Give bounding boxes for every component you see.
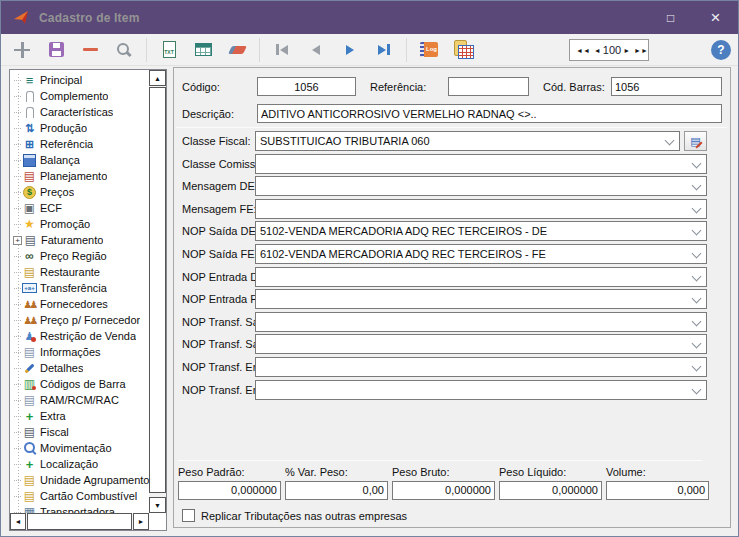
next-record-button[interactable] xyxy=(335,37,365,63)
help-button[interactable]: ? xyxy=(711,40,731,60)
horizontal-scroll-thumb[interactable] xyxy=(27,513,132,530)
scroll-left-icon[interactable]: ◄ xyxy=(10,513,26,530)
mensagem-de-combobox[interactable] xyxy=(255,176,707,196)
sidebar-item-fiscal[interactable]: Fiscal xyxy=(10,424,149,440)
volume-field[interactable]: 0,000 xyxy=(606,481,709,500)
sidebar-item-detalhes[interactable]: Detalhes xyxy=(10,360,149,376)
codigo-input[interactable] xyxy=(257,77,356,96)
chevron-down-icon[interactable] xyxy=(692,271,702,281)
chevron-down-icon[interactable] xyxy=(692,316,702,326)
edit-classe-fiscal-button[interactable] xyxy=(684,131,707,151)
spinner-prev-icon[interactable]: ◄ xyxy=(592,47,603,54)
nop-entrada-de-combobox[interactable] xyxy=(255,267,707,287)
sidebar-item-extra[interactable]: Extra xyxy=(10,408,149,424)
chevron-down-icon[interactable] xyxy=(692,384,702,394)
sidebar-item-localizacao[interactable]: Localização xyxy=(10,456,149,472)
chevron-down-icon[interactable] xyxy=(692,158,702,168)
sidebar-item-planejamento[interactable]: Planejamento xyxy=(10,168,149,184)
maximize-button[interactable]: □ xyxy=(648,1,693,34)
peso-padrao-field[interactable]: 0,000000 xyxy=(178,481,281,500)
scroll-up-icon[interactable]: ▲ xyxy=(149,70,166,86)
star-icon xyxy=(22,217,37,231)
tree-connector xyxy=(14,256,21,257)
sidebar-item-preco-regiao[interactable]: Preço Região xyxy=(10,248,149,264)
spinner-first-icon[interactable]: ◄◄ xyxy=(574,47,592,54)
peso-bruto-field[interactable]: 0,000000 xyxy=(392,481,495,500)
previous-record-button[interactable] xyxy=(301,37,331,63)
measure-value: 0,00 xyxy=(363,484,384,496)
sidebar-item-informacoes[interactable]: Informações xyxy=(10,344,149,360)
combo-label: NOP Saída DE: xyxy=(182,225,259,237)
last-record-button[interactable] xyxy=(369,37,399,63)
tree-horizontal-scrollbar[interactable]: ◄ ► xyxy=(10,513,149,530)
save-button[interactable] xyxy=(41,37,71,63)
sidebar-item-restricao-de-venda[interactable]: Restrição de Venda xyxy=(10,328,149,344)
chevron-down-icon[interactable] xyxy=(692,226,702,236)
sidebar-item-preco-p-fornecedor[interactable]: Preço p/ Fornecedor xyxy=(10,312,149,328)
add-button[interactable] xyxy=(7,37,37,63)
sidebar-item-transferencia[interactable]: Transferência xyxy=(10,280,149,296)
nop-transf-saida-fe-combobox[interactable] xyxy=(255,334,707,354)
sidebar-item-codigos-de-barra[interactable]: Códigos de Barra xyxy=(10,376,149,392)
expand-icon[interactable]: + xyxy=(13,236,22,245)
chevron-down-icon[interactable] xyxy=(692,294,702,304)
replicar-checkbox[interactable] xyxy=(182,509,195,522)
nop-transf-saida-de-combobox[interactable] xyxy=(255,312,707,332)
sidebar-item-caracteristicas[interactable]: Características xyxy=(10,104,149,120)
chevron-down-icon[interactable] xyxy=(665,136,675,146)
descricao-input[interactable] xyxy=(257,104,722,123)
sidebar-item-referencia[interactable]: Referência xyxy=(10,136,149,152)
sidebar-item-precos[interactable]: Preços xyxy=(10,184,149,200)
clear-button[interactable] xyxy=(222,37,252,63)
chevron-down-icon[interactable] xyxy=(692,249,702,259)
scroll-right-icon[interactable]: ► xyxy=(133,513,149,530)
mensagem-fe-combobox[interactable] xyxy=(255,199,707,219)
sidebar-item-faturamento[interactable]: + Faturamento xyxy=(10,232,149,248)
copy-table-button[interactable] xyxy=(448,37,478,63)
sidebar-item-ram-rcm-rac[interactable]: RAM/RCM/RAC xyxy=(10,392,149,408)
export-txt-button[interactable] xyxy=(154,37,184,63)
magnifier-icon xyxy=(116,42,132,58)
referencia-input[interactable] xyxy=(448,77,529,96)
record-spinner[interactable]: ◄◄ ◄ 100 ► ►► xyxy=(569,39,649,61)
nop-entrada-fe-combobox[interactable] xyxy=(255,289,707,309)
scroll-down-icon[interactable]: ▼ xyxy=(149,497,166,513)
cod-barras-input[interactable] xyxy=(611,77,722,96)
chevron-down-icon[interactable] xyxy=(692,361,702,371)
sidebar-item-ecf[interactable]: ECF xyxy=(10,200,149,216)
delete-button[interactable] xyxy=(75,37,105,63)
nop-transf-entrada-fe-combobox[interactable] xyxy=(255,380,707,400)
nop-saida-de-combobox[interactable]: 5102-VENDA MERCADORIA ADQ REC TERCEIROS … xyxy=(255,221,707,241)
toolbar-separator xyxy=(146,38,147,62)
search-button[interactable] xyxy=(109,37,139,63)
spinner-last-icon[interactable]: ►► xyxy=(632,47,650,54)
vertical-scroll-thumb[interactable] xyxy=(149,87,166,493)
first-record-button[interactable] xyxy=(267,37,297,63)
tree-vertical-scrollbar[interactable]: ▲ ▼ xyxy=(149,70,166,513)
sidebar-item-principal[interactable]: Principal xyxy=(10,72,149,88)
log-button[interactable] xyxy=(414,37,444,63)
chevron-down-icon[interactable] xyxy=(692,339,702,349)
classe-fiscal-combobox[interactable]: SUBSTITUICAO TRIBUTARIA 060 xyxy=(255,131,680,151)
close-button[interactable]: × xyxy=(693,1,738,34)
sidebar-item-complemento[interactable]: Complemento xyxy=(10,88,149,104)
sidebar-item-restaurante[interactable]: Restaurante xyxy=(10,264,149,280)
sidebar-item-fornecedores[interactable]: Fornecedores xyxy=(10,296,149,312)
sidebar-item-cartao-combustivel[interactable]: Cartão Combustível xyxy=(10,488,149,504)
sidebar-item-movimentacao[interactable]: Movimentação xyxy=(10,440,149,456)
sidebar-item-promocao[interactable]: Promoção xyxy=(10,216,149,232)
var-peso-field[interactable]: 0,00 xyxy=(285,481,388,500)
chevron-down-icon[interactable] xyxy=(692,181,702,191)
sidebar-item-transportadora[interactable]: Transportadora xyxy=(10,504,149,513)
export-table-button[interactable] xyxy=(188,37,218,63)
chevron-down-icon[interactable] xyxy=(692,203,702,213)
classe-comissao-combobox[interactable] xyxy=(255,154,707,174)
sidebar-item-unidade-agrupamento[interactable]: Unidade Agrupamento xyxy=(10,472,149,488)
nop-saida-fe-combobox[interactable]: 6102-VENDA MERCADORIA ADQ REC TERCEIROS … xyxy=(255,244,707,264)
sidebar-item-producao[interactable]: Produção xyxy=(10,120,149,136)
sidebar-tree-items: Principal Complemento Características Pr… xyxy=(10,70,149,513)
sidebar-item-balanca[interactable]: Balança xyxy=(10,152,149,168)
peso-liquido-field[interactable]: 0,000000 xyxy=(499,481,602,500)
nop-transf-entrada-de-combobox[interactable] xyxy=(255,357,707,377)
spinner-next-icon[interactable]: ► xyxy=(621,47,632,54)
